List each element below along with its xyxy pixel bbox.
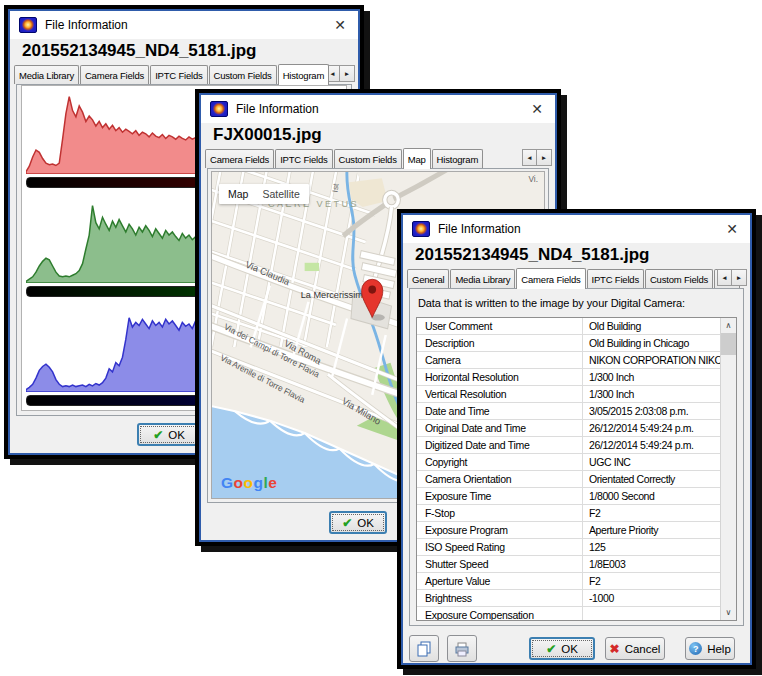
scrollbar-thumb[interactable] xyxy=(721,333,736,355)
table-row[interactable]: CameraNIKON CORPORATION NIKON D4 xyxy=(417,352,720,369)
tab-strip: Media Library Camera Fields IPTC Fields … xyxy=(10,63,358,85)
table-row[interactable]: Vertical Resolution1/300 Inch xyxy=(417,386,720,403)
ok-button[interactable]: ✔OK xyxy=(329,511,387,534)
table-row[interactable]: Horizontal Resolution1/300 Inch xyxy=(417,369,720,386)
field-value: -1000 xyxy=(583,592,720,604)
tab-strip: General Media Library Camera Fields IPTC… xyxy=(403,267,750,289)
tab-camera-fields[interactable]: Camera Fields xyxy=(205,149,274,168)
table-row[interactable]: Digitized Date and Time26/12/2014 5:49:2… xyxy=(417,437,720,454)
field-value: NIKON CORPORATION NIKON D4 xyxy=(583,354,720,366)
help-button[interactable]: ?Help xyxy=(685,637,735,660)
tab-histogram[interactable]: Histogram xyxy=(278,64,330,85)
satellite-button[interactable]: Satellite xyxy=(262,188,299,200)
print-button[interactable] xyxy=(447,635,477,662)
cancel-button[interactable]: ✖Cancel xyxy=(605,637,665,660)
table-row[interactable]: ISO Speed Rating125 xyxy=(417,539,720,556)
table-row[interactable]: Brightness-1000 xyxy=(417,590,720,607)
table-row[interactable]: Aperture ValueF2 xyxy=(417,573,720,590)
app-icon xyxy=(412,221,430,237)
table-row[interactable]: Exposure Time1/8000 Second xyxy=(417,488,720,505)
table-row[interactable]: Camera OrientationOrientated Correctly xyxy=(417,471,720,488)
camera-fields-description: Data that is written to the image by you… xyxy=(410,289,743,314)
tab-custom-fields[interactable]: Custom Fields xyxy=(334,149,402,168)
table-row[interactable]: CopyrightUGC INC xyxy=(417,454,720,471)
close-icon[interactable]: ✕ xyxy=(527,101,547,117)
table-row[interactable]: User CommentOld Building xyxy=(417,318,720,335)
field-label: Digitized Date and Time xyxy=(417,437,583,453)
vertical-scrollbar[interactable]: ∧ ∨ xyxy=(720,318,736,620)
tab-iptc-fields[interactable]: IPTC Fields xyxy=(275,149,332,168)
table-row[interactable]: F-StopF2 xyxy=(417,505,720,522)
x-icon: ✖ xyxy=(610,642,620,656)
tab-scroll-left-icon[interactable]: ◄ xyxy=(522,149,537,166)
ok-button[interactable]: ✔OK xyxy=(137,423,201,446)
app-icon xyxy=(19,17,37,33)
tab-iptc-fields[interactable]: IPTC Fields xyxy=(150,65,207,84)
camera-fields-tab-page: Data that is written to the image by you… xyxy=(409,288,744,626)
tab-scroll-left-icon[interactable]: ◄ xyxy=(717,269,732,286)
close-icon[interactable]: ✕ xyxy=(330,17,350,33)
field-value: Old Building xyxy=(583,320,720,332)
field-label: Copyright xyxy=(417,454,583,470)
close-icon[interactable]: ✕ xyxy=(722,221,742,237)
field-label: Horizontal Resolution xyxy=(417,369,583,385)
window-title: File Information xyxy=(438,222,521,236)
tab-custom-fields[interactable]: Custom Fields xyxy=(645,269,713,288)
map-label-vert: Ist xyxy=(331,182,341,193)
field-label: Date and Time xyxy=(417,403,583,419)
field-value: UGC INC xyxy=(583,456,720,468)
table-row[interactable]: Shutter Speed1/8E003 xyxy=(417,556,720,573)
tab-scroll-right-icon[interactable]: ► xyxy=(537,149,552,166)
filename-heading: 201552134945_ND4_5181.jpg xyxy=(403,243,750,267)
field-label: Camera xyxy=(417,352,583,368)
tab-strip: Camera Fields IPTC Fields Custom Fields … xyxy=(201,147,555,169)
window-title: File Information xyxy=(236,102,319,116)
field-label: Exposure Time xyxy=(417,488,583,504)
table-row[interactable]: Date and Time3/05/2015 2:03:08 p.m. xyxy=(417,403,720,420)
tab-camera-fields[interactable]: Camera Fields xyxy=(516,268,585,289)
tab-scroll-right-icon[interactable]: ► xyxy=(340,65,355,82)
check-icon: ✔ xyxy=(342,516,352,530)
ok-button[interactable]: ✔OK xyxy=(529,637,595,660)
field-label: Brightness xyxy=(417,590,583,606)
table-row[interactable]: Original Date and Time26/12/2014 5:49:24… xyxy=(417,420,720,437)
table-row[interactable]: DescriptionOld Building in Chicago xyxy=(417,335,720,352)
field-label: Description xyxy=(417,335,583,351)
map-button[interactable]: Map xyxy=(228,188,248,200)
field-value: 26/12/2014 5:49:24 p.m. xyxy=(583,422,720,434)
table-row[interactable]: Exposure Compensation xyxy=(417,607,720,620)
file-information-dialog-3: File Information ✕ 201552134945_ND4_5181… xyxy=(397,209,756,669)
field-label: Exposure Compensation xyxy=(417,607,583,620)
tab-map[interactable]: Map xyxy=(403,148,431,169)
field-label: Camera Orientation xyxy=(417,471,583,487)
tab-media-library[interactable]: Media Library xyxy=(14,65,79,84)
titlebar[interactable]: File Information ✕ xyxy=(403,215,750,243)
field-value: Orientated Correctly xyxy=(583,473,720,485)
field-value: Old Building in Chicago xyxy=(583,337,720,349)
titlebar[interactable]: File Information ✕ xyxy=(201,95,555,123)
titlebar[interactable]: File Information ✕ xyxy=(10,11,358,39)
copy-button[interactable] xyxy=(409,635,439,662)
map-label-place: La Mercerissima xyxy=(301,289,369,300)
scroll-up-icon[interactable]: ∧ xyxy=(721,318,736,333)
field-label: F-Stop xyxy=(417,505,583,521)
table-row[interactable]: Exposure ProgramAperture Priority xyxy=(417,522,720,539)
tab-media-library[interactable]: Media Library xyxy=(450,269,515,288)
scroll-down-icon[interactable]: ∨ xyxy=(721,605,736,620)
field-value: F2 xyxy=(583,507,720,519)
tab-general[interactable]: General xyxy=(407,269,449,288)
google-logo[interactable]: Google xyxy=(221,474,277,492)
map-type-control: Map Satellite xyxy=(219,184,309,204)
field-label: User Comment xyxy=(417,318,583,334)
field-label: Shutter Speed xyxy=(417,556,583,572)
field-value: Aperture Priority xyxy=(583,524,720,536)
tab-iptc-fields[interactable]: IPTC Fields xyxy=(587,269,644,288)
tab-custom-fields[interactable]: Custom Fields xyxy=(209,65,277,84)
filename-heading: 201552134945_ND4_5181.jpg xyxy=(10,39,358,63)
field-value: F2 xyxy=(583,575,720,587)
tab-scroll-right-icon[interactable]: ► xyxy=(732,269,747,286)
tab-histogram[interactable]: Histogram xyxy=(432,149,484,168)
map-park xyxy=(305,263,319,271)
tab-camera-fields[interactable]: Camera Fields xyxy=(80,65,149,84)
field-label: Original Date and Time xyxy=(417,420,583,436)
